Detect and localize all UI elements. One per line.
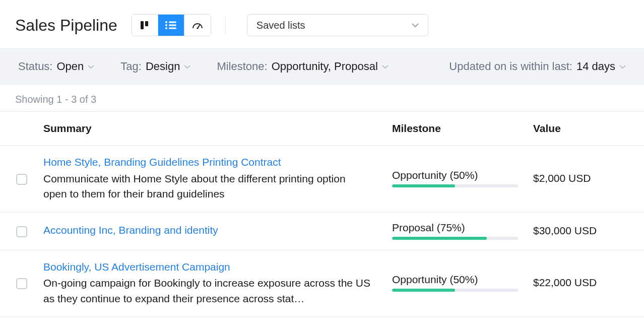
row-milestone-label: Opportunity (50%) — [392, 169, 518, 181]
row-checkbox[interactable] — [16, 278, 27, 289]
table-header: Summary Milestone Value — [0, 111, 644, 146]
view-dashboard-button[interactable] — [184, 15, 211, 36]
saved-lists-label: Saved lists — [256, 20, 305, 31]
row-value: $30,000 USD — [533, 225, 644, 237]
col-summary-header: Summary — [43, 121, 392, 136]
row-description: On-going campaign for Bookingly to incre… — [43, 276, 372, 306]
page-header: Sales Pipeline — [0, 0, 644, 48]
chevron-down-icon — [88, 64, 94, 69]
chevron-down-icon — [184, 64, 190, 69]
row-check-cell — [0, 172, 43, 185]
table-row: Home Style, Branding Guidelines Printing… — [0, 146, 644, 212]
vertical-divider — [225, 16, 226, 34]
progress-bar — [392, 237, 518, 240]
results-count: Showing 1 - 3 of 3 — [0, 85, 644, 111]
row-summary-cell: Bookingly, US Advertisement Campaign On-… — [43, 259, 392, 306]
row-value: $22,000 USD — [533, 277, 644, 289]
filter-tag[interactable]: Tag: Design — [120, 60, 190, 73]
col-check-header — [0, 127, 43, 129]
svg-point-4 — [165, 24, 167, 26]
row-checkbox[interactable] — [16, 174, 27, 185]
progress-fill — [392, 237, 487, 240]
progress-bar — [392, 289, 518, 292]
chevron-down-icon — [382, 64, 389, 69]
table-row: Accounting Inc, Branding and identity Pr… — [0, 213, 644, 250]
row-milestone-cell: Opportunity (50%) — [392, 169, 533, 187]
row-milestone-label: Proposal (75%) — [392, 222, 518, 234]
svg-rect-1 — [145, 21, 148, 26]
filter-milestone[interactable]: Milestone: Opportunity, Proposal — [217, 60, 388, 73]
col-value-header: Value — [533, 122, 644, 135]
row-milestone-cell: Opportunity (50%) — [392, 274, 533, 292]
row-milestone-cell: Proposal (75%) — [392, 222, 533, 240]
chevron-down-icon — [619, 64, 626, 69]
svg-point-6 — [165, 27, 167, 29]
results-table: Summary Milestone Value Home Style, Bran… — [0, 111, 644, 317]
filter-status-value: Open — [56, 60, 84, 73]
filter-bar: Status: Open Tag: Design Milestone: Oppo… — [0, 48, 644, 85]
svg-rect-7 — [169, 28, 176, 29]
saved-lists-dropdown[interactable]: Saved lists — [247, 14, 428, 36]
view-kanban-button[interactable] — [132, 15, 158, 36]
filter-status[interactable]: Status: Open — [18, 60, 94, 73]
row-title-link[interactable]: Bookingly, US Advertisement Campaign — [43, 259, 230, 275]
col-milestone-header: Milestone — [392, 122, 533, 135]
row-milestone-label: Opportunity (50%) — [392, 274, 518, 286]
progress-fill — [392, 184, 455, 187]
filter-milestone-value: Opportunity, Proposal — [272, 60, 378, 73]
gauge-icon — [192, 21, 203, 29]
row-check-cell — [0, 276, 43, 289]
progress-fill — [392, 289, 455, 292]
row-title-link[interactable]: Home Style, Branding Guidelines Printing… — [43, 155, 281, 170]
filter-updated-value: 14 days — [576, 60, 615, 73]
list-icon — [165, 21, 176, 29]
filter-milestone-label: Milestone: — [217, 60, 267, 73]
svg-rect-0 — [141, 21, 144, 29]
table-row: Bookingly, US Advertisement Campaign On-… — [0, 250, 644, 317]
row-title-link[interactable]: Accounting Inc, Branding and identity — [43, 223, 218, 238]
filter-updated-label: Updated on is within last: — [449, 60, 572, 73]
svg-rect-3 — [169, 22, 176, 23]
page-title: Sales Pipeline — [15, 16, 117, 35]
view-list-button[interactable] — [158, 15, 184, 36]
svg-rect-5 — [169, 25, 176, 26]
filter-tag-label: Tag: — [120, 60, 142, 73]
row-summary-cell: Home Style, Branding Guidelines Printing… — [43, 155, 392, 202]
row-description: Communicate with Home Style about the di… — [43, 171, 372, 202]
progress-bar — [392, 184, 518, 187]
filter-tag-value: Design — [146, 60, 180, 73]
chevron-down-icon — [412, 23, 419, 28]
filter-status-label: Status: — [18, 60, 52, 73]
row-value: $2,000 USD — [533, 172, 644, 184]
kanban-icon — [140, 21, 149, 30]
row-check-cell — [0, 224, 43, 237]
svg-point-9 — [197, 27, 198, 29]
row-summary-cell: Accounting Inc, Branding and identity — [43, 223, 392, 239]
row-checkbox[interactable] — [16, 226, 27, 237]
svg-point-2 — [165, 21, 167, 23]
view-toggle — [132, 14, 211, 36]
filter-updated[interactable]: Updated on is within last: 14 days — [449, 60, 626, 73]
